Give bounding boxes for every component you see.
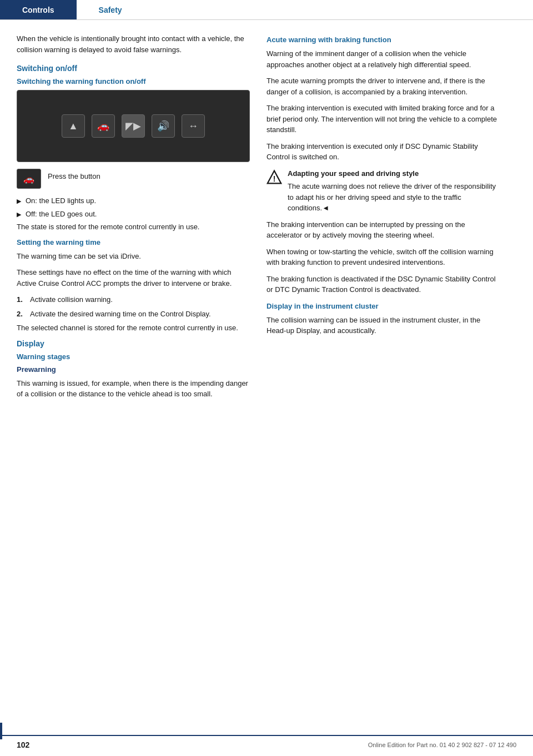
numbered-item-1: 1. Activate collision warning.	[17, 294, 250, 305]
small-button-icon: 🚗	[17, 169, 41, 189]
svg-text:!: !	[273, 174, 276, 183]
display-text: The collision warning can be issued in t…	[266, 315, 500, 336]
channel-stored-text: The selected channel is stored for the r…	[17, 322, 250, 334]
press-button-row: 🚗 Press the button	[17, 169, 250, 189]
bullet-on: ▶ On: the LED lights up.	[17, 195, 250, 206]
state-stored-text: The state is stored for the remote contr…	[17, 221, 250, 233]
dash-btn-4: 🔊	[152, 114, 175, 138]
tab-controls[interactable]: Controls	[0, 0, 77, 19]
bullet-off: ▶ Off: the LED goes out.	[17, 209, 250, 220]
acute-heading: Acute warning with braking function	[266, 36, 500, 44]
numbered-item-2: 2. Activate the desired warning time on …	[17, 309, 250, 320]
right-para3: The braking intervention is executed wit…	[266, 103, 500, 135]
right-column: Acute warning with braking function Warn…	[266, 33, 500, 405]
intro-text: When the vehicle is intentionally brough…	[17, 33, 250, 55]
bullet-arrow-2: ▶	[17, 210, 21, 219]
warning-box: ! Adapting your speed and driving style …	[266, 168, 500, 214]
prewarning-text: This warning is issued, for example, whe…	[17, 378, 250, 400]
bullet-arrow-1: ▶	[17, 196, 21, 206]
tab-safety[interactable]: Safety	[77, 0, 144, 19]
warning-stages-sub: Warning stages	[17, 352, 250, 361]
dash-btn-3: ◤▶	[122, 114, 145, 138]
bullet-off-text: Off: the LED goes out.	[26, 209, 97, 220]
setting-text2: These settings have no effect on the tim…	[17, 267, 250, 289]
dash-btn-1: ▲	[62, 114, 85, 138]
warning-triangle-icon: !	[266, 169, 282, 185]
warning-body: The acute warning does not relieve the d…	[288, 182, 496, 212]
num-1-text: Activate collision warning.	[30, 294, 113, 305]
footer-info: Online Edition for Part no. 01 40 2 902 …	[368, 742, 516, 748]
dashboard-buttons: ▲ 🚗 ◤▶ 🔊 ↔	[51, 110, 216, 142]
press-button-label: Press the button	[48, 169, 100, 182]
dash-btn-2: 🚗	[92, 114, 115, 138]
num-2-text: Activate the desired warning time on the…	[30, 309, 211, 320]
bullet-on-text: On: the LED lights up.	[26, 195, 96, 206]
prewarning-sub: Prewarning	[17, 365, 250, 374]
right-para1: Warning of the imminent danger of a coll…	[266, 48, 500, 70]
warning-text-content: Adapting your speed and driving style Th…	[288, 168, 500, 214]
right-para2: The acute warning prompts the driver to …	[266, 75, 500, 97]
right-para7: The braking function is deactivated if t…	[266, 274, 500, 295]
main-content: When the vehicle is intentionally brough…	[0, 20, 533, 427]
right-para5: The braking intervention can be interrup…	[266, 219, 500, 241]
footer: 102 Online Edition for Part no. 01 40 2 …	[0, 735, 533, 749]
warning-title: Adapting your speed and driving style	[288, 168, 500, 179]
right-para4: The braking intervention is executed onl…	[266, 141, 500, 163]
display-heading-right: Display in the instrument cluster	[266, 302, 500, 310]
dashboard-image: ▲ 🚗 ◤▶ 🔊 ↔	[17, 90, 250, 162]
left-column: When the vehicle is intentionally brough…	[17, 33, 250, 405]
right-para6: When towing or tow-starting the vehicle,…	[266, 246, 500, 268]
switching-heading: Switching on/off	[17, 64, 250, 73]
setting-heading: Setting the warning time	[17, 238, 250, 246]
display-heading-left: Display	[17, 339, 250, 348]
dash-btn-5: ↔	[182, 114, 205, 138]
header: Controls Safety	[0, 0, 533, 20]
num-2: 2.	[17, 309, 26, 320]
setting-text1: The warning time can be set via iDrive.	[17, 251, 250, 262]
switching-sub: Switching the warning function on/off	[17, 77, 250, 85]
page-number: 102	[17, 740, 29, 749]
num-1: 1.	[17, 294, 26, 305]
